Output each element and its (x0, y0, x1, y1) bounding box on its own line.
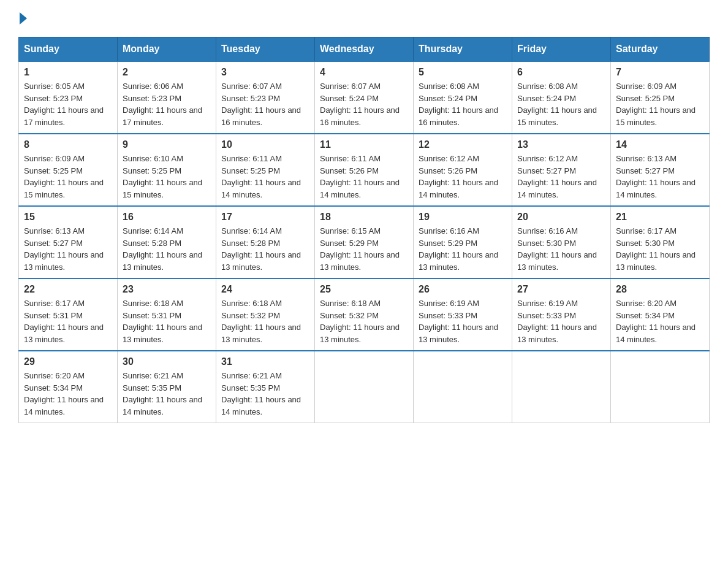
day-number: 16 (123, 212, 211, 223)
day-info: Sunrise: 6:16 AM Sunset: 5:29 PM Dayligh… (419, 225, 507, 273)
day-number: 5 (419, 67, 507, 78)
day-number: 2 (123, 67, 211, 78)
day-number: 25 (320, 284, 408, 295)
day-number: 1 (24, 67, 112, 78)
calendar-week-row: 1 Sunrise: 6:05 AM Sunset: 5:23 PM Dayli… (19, 61, 710, 134)
day-info: Sunrise: 6:14 AM Sunset: 5:28 PM Dayligh… (221, 225, 309, 273)
day-number: 10 (221, 139, 309, 150)
calendar-cell: 18 Sunrise: 6:15 AM Sunset: 5:29 PM Dayl… (315, 206, 414, 278)
day-number: 28 (616, 284, 704, 295)
day-number: 9 (123, 139, 211, 150)
day-info: Sunrise: 6:08 AM Sunset: 5:24 PM Dayligh… (419, 80, 507, 128)
calendar-cell: 27 Sunrise: 6:19 AM Sunset: 5:33 PM Dayl… (512, 278, 611, 351)
day-info: Sunrise: 6:07 AM Sunset: 5:23 PM Dayligh… (221, 80, 309, 128)
day-number: 24 (221, 284, 309, 295)
calendar-week-row: 8 Sunrise: 6:09 AM Sunset: 5:25 PM Dayli… (19, 134, 710, 206)
calendar-cell: 21 Sunrise: 6:17 AM Sunset: 5:30 PM Dayl… (611, 206, 710, 278)
day-number: 19 (419, 212, 507, 223)
col-header-wednesday: Wednesday (315, 37, 414, 62)
calendar-cell: 2 Sunrise: 6:06 AM Sunset: 5:23 PM Dayli… (118, 61, 216, 134)
calendar-cell (512, 351, 611, 423)
col-header-monday: Monday (118, 37, 216, 62)
day-info: Sunrise: 6:18 AM Sunset: 5:32 PM Dayligh… (221, 297, 309, 345)
day-number: 15 (24, 212, 112, 223)
calendar-cell: 13 Sunrise: 6:12 AM Sunset: 5:27 PM Dayl… (512, 134, 611, 206)
day-info: Sunrise: 6:13 AM Sunset: 5:27 PM Dayligh… (24, 225, 112, 273)
calendar-cell: 22 Sunrise: 6:17 AM Sunset: 5:31 PM Dayl… (19, 278, 118, 351)
calendar-cell: 20 Sunrise: 6:16 AM Sunset: 5:30 PM Dayl… (512, 206, 611, 278)
calendar-cell: 17 Sunrise: 6:14 AM Sunset: 5:28 PM Dayl… (216, 206, 315, 278)
day-info: Sunrise: 6:07 AM Sunset: 5:24 PM Dayligh… (320, 80, 408, 128)
day-number: 30 (123, 356, 211, 367)
calendar-cell: 25 Sunrise: 6:18 AM Sunset: 5:32 PM Dayl… (315, 278, 414, 351)
calendar-cell: 30 Sunrise: 6:21 AM Sunset: 5:35 PM Dayl… (118, 351, 216, 423)
calendar-week-row: 22 Sunrise: 6:17 AM Sunset: 5:31 PM Dayl… (19, 278, 710, 351)
day-info: Sunrise: 6:17 AM Sunset: 5:31 PM Dayligh… (24, 297, 112, 345)
calendar-cell: 11 Sunrise: 6:11 AM Sunset: 5:26 PM Dayl… (315, 134, 414, 206)
calendar-cell: 24 Sunrise: 6:18 AM Sunset: 5:32 PM Dayl… (216, 278, 315, 351)
col-header-thursday: Thursday (414, 37, 512, 62)
calendar-cell: 15 Sunrise: 6:13 AM Sunset: 5:27 PM Dayl… (19, 206, 118, 278)
calendar-cell: 3 Sunrise: 6:07 AM Sunset: 5:23 PM Dayli… (216, 61, 315, 134)
day-info: Sunrise: 6:09 AM Sunset: 5:25 PM Dayligh… (616, 80, 704, 128)
day-number: 22 (24, 284, 112, 295)
col-header-friday: Friday (512, 37, 611, 62)
day-info: Sunrise: 6:19 AM Sunset: 5:33 PM Dayligh… (419, 297, 507, 345)
day-info: Sunrise: 6:20 AM Sunset: 5:34 PM Dayligh… (616, 297, 704, 345)
day-info: Sunrise: 6:11 AM Sunset: 5:26 PM Dayligh… (320, 153, 408, 201)
calendar-cell: 23 Sunrise: 6:18 AM Sunset: 5:31 PM Dayl… (118, 278, 216, 351)
day-info: Sunrise: 6:20 AM Sunset: 5:34 PM Dayligh… (24, 370, 112, 418)
day-info: Sunrise: 6:08 AM Sunset: 5:24 PM Dayligh… (517, 80, 605, 128)
day-number: 17 (221, 212, 309, 223)
calendar-cell: 26 Sunrise: 6:19 AM Sunset: 5:33 PM Dayl… (414, 278, 512, 351)
calendar-table: SundayMondayTuesdayWednesdayThursdayFrid… (18, 37, 710, 423)
day-number: 27 (517, 284, 605, 295)
day-number: 6 (517, 67, 605, 78)
day-info: Sunrise: 6:19 AM Sunset: 5:33 PM Dayligh… (517, 297, 605, 345)
logo-arrow-icon (20, 12, 27, 25)
day-number: 14 (616, 139, 704, 150)
day-info: Sunrise: 6:21 AM Sunset: 5:35 PM Dayligh… (221, 370, 309, 418)
calendar-cell: 5 Sunrise: 6:08 AM Sunset: 5:24 PM Dayli… (414, 61, 512, 134)
day-info: Sunrise: 6:18 AM Sunset: 5:31 PM Dayligh… (123, 297, 211, 345)
day-number: 4 (320, 67, 408, 78)
day-number: 8 (24, 139, 112, 150)
page-header (18, 12, 710, 25)
calendar-week-row: 29 Sunrise: 6:20 AM Sunset: 5:34 PM Dayl… (19, 351, 710, 423)
calendar-cell: 31 Sunrise: 6:21 AM Sunset: 5:35 PM Dayl… (216, 351, 315, 423)
calendar-week-row: 15 Sunrise: 6:13 AM Sunset: 5:27 PM Dayl… (19, 206, 710, 278)
day-number: 12 (419, 139, 507, 150)
day-number: 13 (517, 139, 605, 150)
calendar-cell: 8 Sunrise: 6:09 AM Sunset: 5:25 PM Dayli… (19, 134, 118, 206)
calendar-cell: 28 Sunrise: 6:20 AM Sunset: 5:34 PM Dayl… (611, 278, 710, 351)
day-number: 21 (616, 212, 704, 223)
calendar-cell: 29 Sunrise: 6:20 AM Sunset: 5:34 PM Dayl… (19, 351, 118, 423)
logo (18, 12, 27, 25)
day-info: Sunrise: 6:17 AM Sunset: 5:30 PM Dayligh… (616, 225, 704, 273)
calendar-header-row: SundayMondayTuesdayWednesdayThursdayFrid… (19, 37, 710, 62)
day-info: Sunrise: 6:11 AM Sunset: 5:25 PM Dayligh… (221, 153, 309, 201)
calendar-cell: 10 Sunrise: 6:11 AM Sunset: 5:25 PM Dayl… (216, 134, 315, 206)
day-info: Sunrise: 6:21 AM Sunset: 5:35 PM Dayligh… (123, 370, 211, 418)
calendar-cell (414, 351, 512, 423)
day-info: Sunrise: 6:10 AM Sunset: 5:25 PM Dayligh… (123, 153, 211, 201)
calendar-cell (611, 351, 710, 423)
day-number: 20 (517, 212, 605, 223)
day-number: 29 (24, 356, 112, 367)
calendar-cell: 9 Sunrise: 6:10 AM Sunset: 5:25 PM Dayli… (118, 134, 216, 206)
day-number: 18 (320, 212, 408, 223)
day-info: Sunrise: 6:18 AM Sunset: 5:32 PM Dayligh… (320, 297, 408, 345)
day-info: Sunrise: 6:13 AM Sunset: 5:27 PM Dayligh… (616, 153, 704, 201)
col-header-sunday: Sunday (19, 37, 118, 62)
day-info: Sunrise: 6:15 AM Sunset: 5:29 PM Dayligh… (320, 225, 408, 273)
calendar-cell: 6 Sunrise: 6:08 AM Sunset: 5:24 PM Dayli… (512, 61, 611, 134)
calendar-cell: 19 Sunrise: 6:16 AM Sunset: 5:29 PM Dayl… (414, 206, 512, 278)
col-header-saturday: Saturday (611, 37, 710, 62)
day-info: Sunrise: 6:06 AM Sunset: 5:23 PM Dayligh… (123, 80, 211, 128)
calendar-cell: 12 Sunrise: 6:12 AM Sunset: 5:26 PM Dayl… (414, 134, 512, 206)
day-info: Sunrise: 6:12 AM Sunset: 5:27 PM Dayligh… (517, 153, 605, 201)
day-info: Sunrise: 6:16 AM Sunset: 5:30 PM Dayligh… (517, 225, 605, 273)
day-number: 11 (320, 139, 408, 150)
day-info: Sunrise: 6:12 AM Sunset: 5:26 PM Dayligh… (419, 153, 507, 201)
day-number: 23 (123, 284, 211, 295)
